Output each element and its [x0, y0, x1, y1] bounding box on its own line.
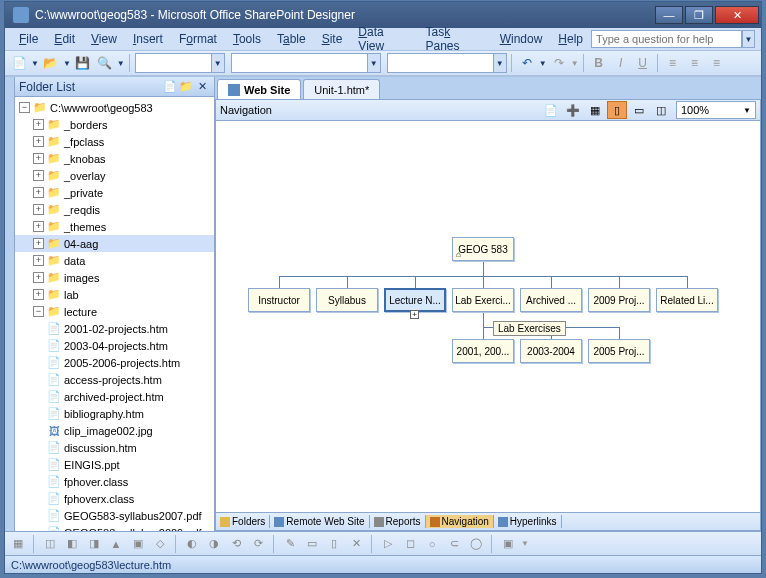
- tree-folder-lab[interactable]: +📁lab: [15, 286, 214, 303]
- tree-toggle[interactable]: +: [33, 119, 44, 130]
- tree-file[interactable]: 📄2001-02-projects.htm: [15, 320, 214, 337]
- tree-file[interactable]: 📄2003-04-projects.htm: [15, 337, 214, 354]
- redo-dropdown[interactable]: ▼: [571, 59, 579, 68]
- tree-file[interactable]: 📄GEOG583-syllabus2009.pdf: [15, 524, 214, 531]
- tree-root[interactable]: − 📁 C:\wwwroot\geog583: [15, 99, 214, 116]
- bt-20[interactable]: ◯: [467, 535, 485, 553]
- bt-10[interactable]: ⟲: [227, 535, 245, 553]
- bt-19[interactable]: ⊂: [445, 535, 463, 553]
- tree-toggle[interactable]: +: [33, 289, 44, 300]
- align-left-button[interactable]: ≡: [663, 53, 683, 73]
- bt-7[interactable]: ◇: [151, 535, 169, 553]
- open-button[interactable]: 📂: [41, 53, 61, 73]
- tree-toggle[interactable]: +: [33, 170, 44, 181]
- undo-dropdown[interactable]: ▼: [539, 59, 547, 68]
- style-combo[interactable]: ▼: [135, 53, 225, 73]
- tree-toggle[interactable]: −: [33, 306, 44, 317]
- align-center-button[interactable]: ≡: [685, 53, 705, 73]
- bt-11[interactable]: ⟳: [249, 535, 267, 553]
- tree-toggle[interactable]: +: [33, 153, 44, 164]
- tree-folder-_reqdis[interactable]: +📁_reqdis: [15, 201, 214, 218]
- menu-insert[interactable]: Insert: [125, 30, 171, 48]
- tab-unit1[interactable]: Unit-1.htm*: [303, 79, 380, 99]
- node-lecture-notes[interactable]: Lecture N...: [384, 288, 446, 312]
- menu-window[interactable]: Window: [492, 30, 551, 48]
- zoom-dropdown-arrow[interactable]: ▼: [743, 106, 751, 115]
- menu-view[interactable]: View: [83, 30, 125, 48]
- tree-folder-lecture[interactable]: −📁lecture: [15, 303, 214, 320]
- close-button[interactable]: ✕: [715, 6, 759, 24]
- menu-edit[interactable]: Edit: [46, 30, 83, 48]
- bt-8[interactable]: ◐: [183, 535, 201, 553]
- tree-toggle[interactable]: +: [33, 272, 44, 283]
- zoom-combo[interactable]: 100% ▼: [676, 101, 756, 119]
- menu-site[interactable]: Site: [314, 30, 351, 48]
- menu-table[interactable]: Table: [269, 30, 314, 48]
- tree-toggle[interactable]: +: [33, 204, 44, 215]
- bt-16[interactable]: ▷: [379, 535, 397, 553]
- tree-file[interactable]: 📄archived-project.htm: [15, 388, 214, 405]
- folder-tree[interactable]: − 📁 C:\wwwroot\geog583 +📁_borders+📁_fpcl…: [15, 97, 214, 531]
- tree-folder-_overlay[interactable]: +📁_overlay: [15, 167, 214, 184]
- add-existing-button[interactable]: ➕: [563, 101, 583, 119]
- tree-file[interactable]: 📄GEOG583-syllabus2007.pdf: [15, 507, 214, 524]
- new-page-button[interactable]: 📁: [178, 79, 194, 95]
- bt-9[interactable]: ◑: [205, 535, 223, 553]
- underline-button[interactable]: U: [633, 53, 653, 73]
- undo-button[interactable]: ↶: [517, 53, 537, 73]
- node-syllabus[interactable]: Syllabus: [316, 288, 378, 312]
- tree-file[interactable]: 📄access-projects.htm: [15, 371, 214, 388]
- view-tab-hyperlinks[interactable]: Hyperlinks: [494, 515, 562, 528]
- tree-toggle[interactable]: +: [33, 255, 44, 266]
- node-instructor[interactable]: Instructor: [248, 288, 310, 312]
- tree-toggle[interactable]: +: [33, 187, 44, 198]
- bt-21[interactable]: ▣: [499, 535, 517, 553]
- tree-folder-_borders[interactable]: +📁_borders: [15, 116, 214, 133]
- node-2003-2004[interactable]: 2003-2004: [520, 339, 582, 363]
- redo-button[interactable]: ↷: [549, 53, 569, 73]
- node-root[interactable]: GEOG 583 ⌂: [452, 237, 514, 261]
- tree-folder-_fpclass[interactable]: +📁_fpclass: [15, 133, 214, 150]
- navigation-canvas[interactable]: GEOG 583 ⌂ Instructor Syllabus Lecture N…: [215, 121, 761, 513]
- tree-folder-_knobas[interactable]: +📁_knobas: [15, 150, 214, 167]
- node-2001-2002[interactable]: 2001, 200...: [452, 339, 514, 363]
- bt-15[interactable]: ✕: [347, 535, 365, 553]
- bt-18[interactable]: ○: [423, 535, 441, 553]
- bold-button[interactable]: B: [589, 53, 609, 73]
- align-right-button[interactable]: ≡: [707, 53, 727, 73]
- bt-3[interactable]: ◧: [63, 535, 81, 553]
- tree-folder-data[interactable]: +📁data: [15, 252, 214, 269]
- node-lab-exercises[interactable]: Lab Exerci...: [452, 288, 514, 312]
- node-related-links[interactable]: Related Li...: [656, 288, 718, 312]
- tree-toggle[interactable]: +: [33, 136, 44, 147]
- new-dropdown[interactable]: ▼: [31, 59, 39, 68]
- bt-2[interactable]: ◫: [41, 535, 59, 553]
- landscape-button[interactable]: ▭: [629, 101, 649, 119]
- maximize-button[interactable]: ❐: [685, 6, 713, 24]
- tree-file[interactable]: 📄2005-2006-projects.htm: [15, 354, 214, 371]
- tree-file[interactable]: 🖼clip_image002.jpg: [15, 422, 214, 439]
- tree-file[interactable]: 📄EINGIS.ppt: [15, 456, 214, 473]
- tree-folder-04-aag[interactable]: +📁04-aag: [15, 235, 214, 252]
- menu-tools[interactable]: Tools: [225, 30, 269, 48]
- bt-21-dd[interactable]: ▼: [521, 539, 529, 548]
- help-dropdown-arrow[interactable]: ▼: [742, 30, 755, 48]
- tab-website[interactable]: Web Site: [217, 79, 301, 99]
- preview-dropdown[interactable]: ▼: [117, 59, 125, 68]
- italic-button[interactable]: I: [611, 53, 631, 73]
- tree-file[interactable]: 📄bibliography.htm: [15, 405, 214, 422]
- help-search-input[interactable]: [591, 30, 742, 48]
- bt-17[interactable]: ◻: [401, 535, 419, 553]
- preview-button[interactable]: 🔍: [95, 53, 115, 73]
- tree-file[interactable]: 📄fphover.class: [15, 473, 214, 490]
- tree-file[interactable]: 📄fphoverx.class: [15, 490, 214, 507]
- node-archived[interactable]: Archived ...: [520, 288, 582, 312]
- menu-file[interactable]: File: [11, 30, 46, 48]
- view-tab-folders[interactable]: Folders: [216, 515, 270, 528]
- view-tab-reports[interactable]: Reports: [370, 515, 426, 528]
- nav-button-3[interactable]: ▦: [585, 101, 605, 119]
- portrait-button[interactable]: ▯: [607, 101, 627, 119]
- bt-14[interactable]: ▯: [325, 535, 343, 553]
- font-combo[interactable]: ▼: [231, 53, 381, 73]
- subtree-button[interactable]: ◫: [651, 101, 671, 119]
